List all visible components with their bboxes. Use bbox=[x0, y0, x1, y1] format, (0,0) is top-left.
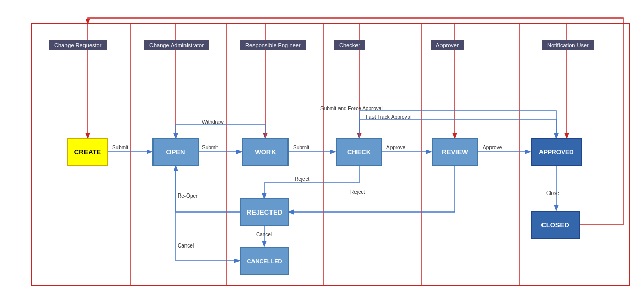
label-submit-work-check: Submit bbox=[293, 145, 309, 150]
label-submit-open-work: Submit bbox=[202, 145, 218, 150]
label-close: Close bbox=[546, 190, 560, 196]
role-responsible-engineer: Responsible Engineer bbox=[240, 40, 306, 50]
label-approve-review-approved: Approve bbox=[483, 145, 502, 150]
state-review: REVIEW bbox=[432, 138, 478, 166]
label-fast-track-approval: Fast Track Approval bbox=[366, 114, 411, 120]
label-cancel-rejected: Cancel bbox=[256, 232, 272, 237]
role-checker: Checker bbox=[334, 40, 365, 50]
label-reject-review: Reject bbox=[350, 189, 365, 195]
state-rejected: REJECTED bbox=[240, 198, 289, 226]
state-create: CREATE bbox=[67, 138, 108, 166]
state-approved: APPROVED bbox=[531, 138, 582, 166]
role-change-requestor: Change Requestor bbox=[49, 40, 107, 50]
role-notification-user: Notification User bbox=[542, 40, 594, 50]
label-cancel-open: Cancel bbox=[178, 243, 194, 249]
diagram-container: Change Requestor Change Administrator Re… bbox=[0, 0, 644, 300]
label-approve-check-review: Approve bbox=[386, 145, 405, 150]
label-submit-force-approval: Submit and Force Approval bbox=[320, 105, 383, 111]
label-reject-work: Reject bbox=[295, 176, 309, 182]
label-reopen: Re-Open bbox=[178, 193, 199, 199]
role-approver: Approver bbox=[431, 40, 464, 50]
state-open: OPEN bbox=[152, 138, 199, 166]
role-change-administrator: Change Administrator bbox=[144, 40, 209, 50]
state-work: WORK bbox=[242, 138, 289, 166]
state-cancelled: CANCELLED bbox=[240, 247, 289, 275]
state-check: CHECK bbox=[336, 138, 382, 166]
state-closed: CLOSED bbox=[531, 211, 580, 239]
label-submit-create-open: Submit bbox=[112, 145, 128, 150]
label-withdraw: Withdraw bbox=[202, 119, 224, 125]
